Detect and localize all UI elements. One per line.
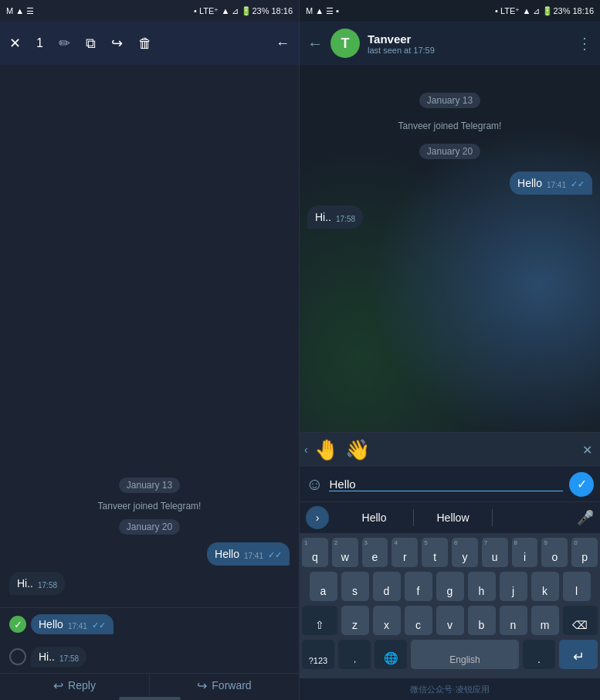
- key-row-2: a s d f g h j k l: [302, 572, 598, 601]
- more-options-icon[interactable]: ⋮: [577, 34, 592, 53]
- back-button[interactable]: ←: [307, 35, 323, 53]
- reply-icon: ↩: [53, 678, 63, 693]
- msg-hello-time: 17:41: [244, 552, 263, 560]
- right-msg-hi-text: Hi..: [315, 211, 331, 223]
- right-panel: M ▲ ☰ ▪ • LTE⁺ ▲ ⊿ 🔋23% 18:16 ← T Tanvee…: [300, 0, 600, 700]
- key-comma[interactable]: ，: [338, 640, 371, 669]
- status-right-right-info: • LTE⁺ ▲ ⊿ 🔋23% 18:16: [495, 6, 594, 16]
- forward-icon[interactable]: ↪: [111, 35, 123, 52]
- edit-icon[interactable]: ✏: [59, 35, 70, 52]
- key-x[interactable]: x: [373, 606, 401, 635]
- selected-check-icon: ✓✓: [92, 620, 106, 630]
- message-input[interactable]: [329, 477, 563, 491]
- left-panel: M ▲ ☰ • LTE⁺ ▲ ⊿ 🔋23% 18:16 ✕ 1 ✏ ⧉ ↪ 🗑 …: [0, 0, 300, 700]
- key-w[interactable]: 2w: [332, 538, 358, 567]
- key-k[interactable]: k: [531, 572, 559, 601]
- key-t[interactable]: 5t: [422, 538, 448, 567]
- copy-icon[interactable]: ⧉: [86, 36, 96, 52]
- key-period[interactable]: .: [523, 640, 555, 669]
- selected-hello-time: 17:41: [68, 622, 87, 630]
- selected-msg-hi[interactable]: Hi.. 17:58: [0, 641, 299, 673]
- key-backspace[interactable]: ⌫: [563, 606, 598, 635]
- back-icon[interactable]: ←: [276, 36, 290, 52]
- msg-hi: Hi.. 17:58: [9, 572, 290, 595]
- emoji-left-arrow-icon[interactable]: ‹: [304, 443, 308, 456]
- key-v[interactable]: v: [436, 606, 464, 635]
- contact-info[interactable]: Tanveer last seen at 17:59: [368, 32, 569, 55]
- reply-forward-bar: ↩ Reply ↪ Forward: [0, 673, 299, 697]
- key-z[interactable]: z: [341, 606, 369, 635]
- emoji-wave-2[interactable]: 👋: [345, 438, 370, 462]
- check-circle-icon: ✓: [9, 616, 26, 633]
- key-f[interactable]: f: [405, 572, 432, 601]
- status-right-left-icons: M ▲ ☰ ▪: [306, 6, 339, 16]
- key-l[interactable]: l: [563, 572, 591, 601]
- close-emoji-button[interactable]: ✕: [582, 443, 592, 457]
- count-badge: 1: [36, 36, 43, 50]
- key-q[interactable]: 1q: [302, 538, 328, 567]
- word-suggestions-bar: › Hello Hellow 🎤: [300, 502, 600, 533]
- mic-icon[interactable]: 🎤: [577, 509, 594, 526]
- right-msg-hi-time: 17:58: [336, 215, 355, 223]
- right-double-check-icon: ✓✓: [571, 179, 585, 189]
- key-p[interactable]: 0p: [571, 538, 598, 567]
- key-s[interactable]: s: [341, 572, 369, 601]
- key-globe[interactable]: 🌐: [375, 640, 407, 669]
- forward-button[interactable]: ↪ Forward: [150, 674, 299, 697]
- status-left-icons: M ▲ ☰: [6, 6, 34, 16]
- bottom-bar-right: 微信公众号·凌锐应用: [300, 678, 600, 700]
- suggest-left-button[interactable]: ›: [306, 506, 329, 529]
- selected-hi-text: Hi..: [39, 651, 55, 663]
- key-j[interactable]: j: [500, 572, 527, 601]
- key-enter[interactable]: ↵: [559, 640, 598, 669]
- status-right-info: • LTE⁺ ▲ ⊿ 🔋23% 18:16: [194, 6, 293, 16]
- key-row-3: ⇧ z x c v b n m ⌫: [302, 606, 598, 635]
- right-msg-hello-text: Hello: [517, 177, 542, 189]
- key-c[interactable]: c: [405, 606, 432, 635]
- right-msg-hello: Hello 17:41 ✓✓: [307, 172, 592, 195]
- status-bar-left: M ▲ ☰ • LTE⁺ ▲ ⊿ 🔋23% 18:16: [0, 0, 299, 22]
- right-msg-hi: Hi.. 17:58: [307, 206, 592, 229]
- send-button[interactable]: ✓: [569, 472, 594, 497]
- selected-hi-time: 17:58: [59, 654, 79, 663]
- key-space[interactable]: English: [411, 640, 519, 669]
- status-bar-right: M ▲ ☰ ▪ • LTE⁺ ▲ ⊿ 🔋23% 18:16: [300, 0, 600, 22]
- msg-hi-time: 17:58: [38, 581, 57, 590]
- selected-msg-hello[interactable]: ✓ Hello 17:41 ✓✓: [0, 608, 299, 641]
- empty-circle-icon: [9, 648, 26, 665]
- keyboard-main: 1q 2w 3e 4r 5t 6y 7u 8i 9o 0p a s d f g …: [300, 533, 600, 678]
- key-symbol-toggle[interactable]: ?123: [302, 640, 334, 669]
- right-joined-msg: Tanveer joined Telegram!: [307, 121, 592, 131]
- msg-hello-text: Hello: [215, 548, 239, 560]
- key-u[interactable]: 7u: [482, 538, 508, 567]
- key-b[interactable]: b: [468, 606, 496, 635]
- left-chat-area: January 13 Tanveer joined Telegram! Janu…: [0, 65, 299, 607]
- keyboard-area: ‹ 🤚 👋 ✕ ☺ ✓ › Hello Hellow 🎤 1q 2w: [300, 432, 600, 700]
- key-shift[interactable]: ⇧: [302, 606, 337, 635]
- right-date-label-2: January 20: [419, 144, 480, 159]
- reply-button[interactable]: ↩ Reply: [0, 674, 149, 697]
- right-msg-hello-time: 17:41: [547, 181, 566, 189]
- key-m[interactable]: m: [531, 606, 559, 635]
- emoji-picker-button[interactable]: ☺: [306, 474, 323, 494]
- message-input-row: ☺ ✓: [300, 467, 600, 502]
- delete-icon[interactable]: 🗑: [138, 36, 152, 52]
- emoji-wave-1[interactable]: 🤚: [314, 438, 339, 462]
- word-suggestion-1[interactable]: Hello: [335, 511, 413, 524]
- chat-messages: January 13 Tanveer joined Telegram! Janu…: [307, 88, 592, 232]
- word-suggestion-2[interactable]: Hellow: [414, 511, 492, 524]
- key-y[interactable]: 6y: [452, 538, 478, 567]
- action-bar-left: ✕ 1 ✏ ⧉ ↪ 🗑 ←: [0, 22, 299, 65]
- key-n[interactable]: n: [500, 606, 527, 635]
- key-d[interactable]: d: [373, 572, 401, 601]
- key-h[interactable]: h: [468, 572, 496, 601]
- right-date-label-1: January 13: [419, 93, 480, 108]
- key-a[interactable]: a: [310, 572, 337, 601]
- close-icon[interactable]: ✕: [9, 35, 21, 52]
- key-r[interactable]: 4r: [392, 538, 418, 567]
- key-g[interactable]: g: [436, 572, 464, 601]
- key-e[interactable]: 3e: [362, 538, 388, 567]
- key-o[interactable]: 9o: [541, 538, 568, 567]
- key-i[interactable]: 8i: [512, 538, 538, 567]
- contact-avatar: T: [331, 29, 360, 58]
